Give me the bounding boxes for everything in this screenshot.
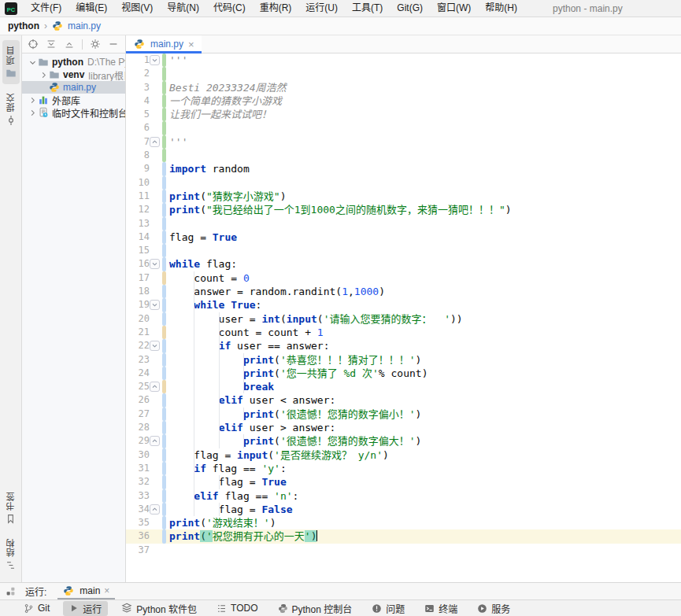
breadcrumb-project[interactable]: python	[8, 20, 39, 31]
collapse-button[interactable]	[64, 39, 75, 50]
code-line[interactable]: 21 count = count + 1	[126, 326, 681, 339]
fold-toggle-icon[interactable]	[150, 137, 160, 147]
line-number[interactable]: 3	[126, 81, 150, 94]
bottom-tab-problems[interactable]: 问题	[365, 601, 411, 616]
code-line[interactable]: 28 elif user > answer:	[126, 421, 681, 434]
fold-toggle-icon[interactable]	[150, 259, 160, 269]
menu-item[interactable]: 运行(U)	[298, 0, 345, 17]
sidebar-item-bookmarks[interactable]: 书签	[2, 486, 20, 529]
line-number[interactable]: 2	[126, 67, 150, 80]
code-line[interactable]: 27 print('很遗憾！您猜的数字偏小！')	[126, 408, 681, 421]
line-number[interactable]: 13	[126, 217, 150, 231]
tree-item-外部库[interactable]: 外部库	[22, 94, 125, 106]
code-line[interactable]: 26 elif user < answer:	[126, 393, 681, 407]
line-number[interactable]: 17	[126, 271, 150, 285]
code-line[interactable]: 2	[126, 67, 681, 80]
code-line[interactable]: 37	[126, 544, 681, 557]
line-number[interactable]: 10	[126, 176, 150, 190]
code-line[interactable]: 12print("我已经给出了一个1到1000之间的随机数字，来猜一猜吧！！！"…	[126, 203, 681, 216]
code-line[interactable]: 36print('祝您拥有开心的一天')	[126, 529, 681, 543]
line-number[interactable]: 22	[126, 339, 150, 352]
line-number[interactable]: 18	[126, 285, 150, 298]
breadcrumb-file[interactable]: main.py	[68, 20, 101, 31]
line-number[interactable]: 24	[126, 367, 150, 380]
line-number[interactable]: 23	[126, 353, 150, 367]
line-number[interactable]: 26	[126, 393, 150, 407]
code-line[interactable]: 35print('游戏结束！')	[126, 516, 681, 529]
fold-toggle-icon[interactable]	[150, 300, 160, 310]
code-line[interactable]: 3Besti 20233324周浩然	[126, 81, 681, 94]
run-tab-close-icon[interactable]: ×	[104, 585, 109, 596]
bottom-tab-git[interactable]: Git	[17, 601, 56, 616]
line-number[interactable]: 11	[126, 190, 150, 203]
bottom-tab-terminal[interactable]: 终端	[418, 601, 464, 616]
code-line[interactable]: 25 break	[126, 380, 681, 393]
line-number[interactable]: 7	[126, 135, 150, 149]
sidebar-item-structure[interactable]: 结构	[2, 533, 20, 576]
menu-item[interactable]: 文件(F)	[24, 0, 68, 17]
tab-main-py[interactable]: main.py ×	[126, 35, 202, 53]
line-number[interactable]: 21	[126, 326, 150, 339]
menu-item[interactable]: Git(G)	[390, 0, 430, 17]
line-number[interactable]: 14	[126, 231, 150, 244]
bottom-tab-python-packages[interactable]: Python 软件包	[115, 601, 203, 616]
code-line[interactable]: 24 print('您一共猜了 %d 次'% count)	[126, 367, 681, 380]
code-line[interactable]: 33 elif flag == 'n':	[126, 489, 681, 503]
code-line[interactable]: 30 flag = input('是否继续游戏？ y/n')	[126, 448, 681, 462]
chevron-right-icon[interactable]	[27, 96, 38, 105]
line-number[interactable]: 30	[126, 448, 150, 462]
tree-item-临时文件和控制台[interactable]: 临时文件和控制台	[22, 106, 125, 119]
sidebar-item-project[interactable]: 项目	[2, 40, 20, 84]
bottom-tab-todo[interactable]: TODO	[210, 601, 264, 616]
line-number[interactable]: 37	[126, 544, 150, 557]
menu-item[interactable]: 导航(N)	[160, 0, 206, 17]
line-number[interactable]: 15	[126, 244, 150, 257]
code-line[interactable]: 16while flag:	[126, 257, 681, 271]
line-number[interactable]: 12	[126, 203, 150, 216]
minus-button[interactable]	[108, 39, 119, 50]
tool-windows-grid-icon[interactable]	[6, 586, 16, 596]
code-line[interactable]: 8	[126, 149, 681, 162]
bottom-tab-services[interactable]: 服务	[471, 601, 516, 616]
code-line[interactable]: 29 print('很遗憾！您猜的数字偏大！')	[126, 434, 681, 448]
line-number[interactable]: 31	[126, 462, 150, 475]
line-number[interactable]: 8	[126, 149, 150, 162]
line-number[interactable]: 33	[126, 489, 150, 503]
bottom-tab-run[interactable]: 运行	[63, 601, 108, 616]
sidebar-item-commit[interactable]: 提交	[2, 87, 20, 131]
line-number[interactable]: 20	[126, 312, 150, 326]
code-line[interactable]: 11print("猜数字小游戏")	[126, 190, 681, 203]
tree-item-main.py[interactable]: main.py	[22, 81, 125, 94]
line-number[interactable]: 1	[126, 53, 150, 67]
code-line[interactable]: 13	[126, 217, 681, 231]
tab-close-icon[interactable]: ×	[188, 39, 194, 50]
code-line[interactable]: 22 if user == answer:	[126, 339, 681, 352]
line-number[interactable]: 5	[126, 108, 150, 121]
line-number[interactable]: 16	[126, 257, 150, 271]
code-line[interactable]: 31 if flag == 'y':	[126, 462, 681, 475]
code-line[interactable]: 4一个简单的猜数字小游戏	[126, 94, 681, 108]
menu-item[interactable]: 重构(R)	[253, 0, 299, 17]
menu-item[interactable]: 帮助(H)	[478, 0, 524, 17]
code-line[interactable]: 14flag = True	[126, 231, 681, 244]
tree-item-python[interactable]: pythonD:\The Py	[22, 56, 125, 68]
line-number[interactable]: 35	[126, 516, 150, 529]
bottom-tab-python-console[interactable]: Python 控制台	[272, 601, 359, 616]
code-line[interactable]: 5让我们一起来试试吧！	[126, 108, 681, 121]
line-number[interactable]: 4	[126, 94, 150, 108]
code-line[interactable]: 7'''	[126, 135, 681, 149]
code-line[interactable]: 1'''	[126, 53, 681, 67]
line-number[interactable]: 19	[126, 298, 150, 312]
target-button[interactable]	[28, 39, 39, 50]
fold-toggle-icon[interactable]	[150, 382, 160, 392]
menu-item[interactable]: 工具(T)	[345, 0, 390, 17]
chevron-down-icon[interactable]	[27, 58, 38, 67]
code-line[interactable]: 15	[126, 244, 681, 257]
code-line[interactable]: 19 while True:	[126, 298, 681, 312]
code-line[interactable]: 9import random	[126, 162, 681, 175]
line-number[interactable]: 29	[126, 434, 150, 448]
code-line[interactable]: 17 count = 0	[126, 271, 681, 285]
fold-toggle-icon[interactable]	[150, 55, 160, 65]
chevron-right-icon[interactable]	[27, 109, 38, 117]
code-editor[interactable]: 1'''23Besti 20233324周浩然4一个简单的猜数字小游戏5让我们一…	[126, 53, 681, 582]
